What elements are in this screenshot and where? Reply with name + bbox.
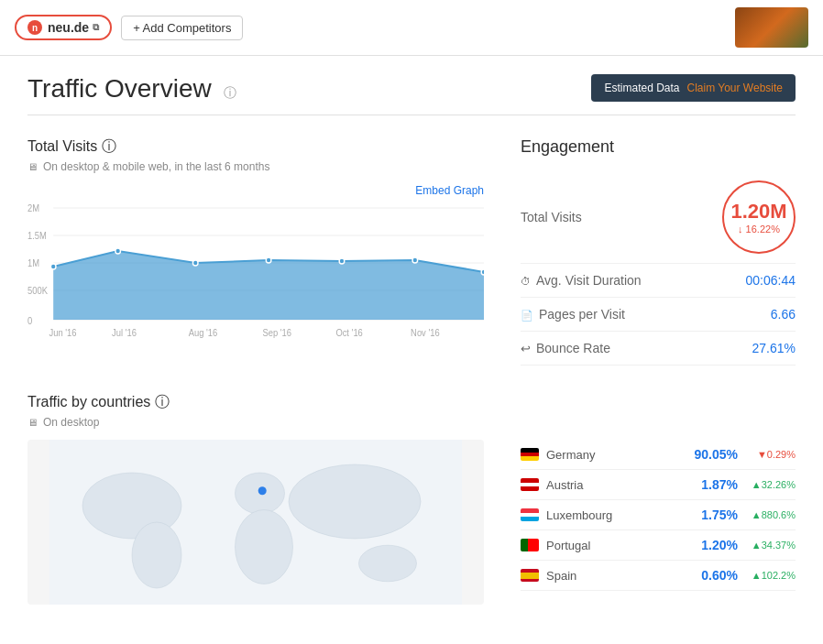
engagement-bounce-row: Bounce Rate 27.61% (521, 332, 796, 366)
traffic-chart: 2M 1.5M 1M 500K 0 (27, 201, 484, 347)
svg-point-29 (289, 464, 421, 539)
countries-list: Germany 90.05% ▼0.29% Austria 1.87% ▲32.… (521, 440, 796, 605)
world-map (27, 440, 484, 605)
country-row-portugal: Portugal 1.20% ▲34.37% (521, 530, 796, 561)
content-row: Total Visits ⓘ On desktop & mobile web, … (27, 137, 796, 366)
svg-point-30 (359, 545, 417, 582)
country-name-spain: Spain (546, 569, 680, 583)
flag-austria (521, 478, 539, 491)
chart-subtitle: On desktop & mobile web, in the last 6 m… (27, 160, 484, 173)
engagement-total-visits-row: Total Visits 1.20M ↓ 16.22% (521, 171, 796, 264)
total-visits-number: 1.20M (730, 200, 786, 224)
country-row-germany: Germany 90.05% ▼0.29% (521, 440, 796, 470)
svg-text:500K: 500K (27, 286, 48, 296)
pages-icon (521, 307, 533, 322)
country-change-germany: ▼0.29% (745, 449, 796, 460)
bounce-value: 27.61% (752, 341, 796, 355)
svg-point-15 (339, 258, 345, 264)
pages-value: 6.66 (771, 307, 796, 322)
country-name-portugal: Portugal (546, 539, 680, 552)
estimated-label: Estimated Data (604, 82, 679, 94)
embed-graph-link[interactable]: Embed Graph (415, 184, 484, 197)
country-name-luxembourg: Luxembourg (546, 508, 680, 522)
bounce-icon (521, 341, 531, 355)
country-pct-luxembourg: 1.75% (687, 508, 738, 522)
topbar: n neu.de ⧉ + Add Competitors (0, 0, 823, 56)
estimated-data-box: Estimated Data Claim Your Website (591, 74, 796, 102)
bounce-label: Bounce Rate (521, 341, 610, 355)
monitor-icon (27, 160, 38, 173)
chart-header: Embed Graph (27, 184, 484, 197)
avg-duration-value: 00:06:44 (746, 273, 796, 288)
world-map-col (27, 440, 484, 605)
topbar-image (735, 7, 808, 48)
svg-text:Sep '16: Sep '16 (263, 328, 292, 338)
country-pct-spain: 0.60% (687, 568, 738, 583)
country-change-austria: ▲32.26% (745, 479, 796, 490)
svg-point-31 (258, 486, 267, 495)
svg-text:Nov '16: Nov '16 (411, 328, 440, 338)
countries-layout: Germany 90.05% ▼0.29% Austria 1.87% ▲32.… (27, 440, 796, 605)
country-row-luxembourg: Luxembourg 1.75% ▲880.6% (521, 500, 796, 530)
country-pct-portugal: 1.20% (687, 538, 738, 552)
svg-point-11 (50, 264, 56, 269)
country-change-spain: ▲102.2% (745, 570, 796, 581)
avg-duration-label: Avg. Visit Duration (521, 273, 642, 288)
svg-text:2M: 2M (27, 203, 39, 213)
external-link-icon[interactable]: ⧉ (93, 22, 99, 33)
page-title-info-icon[interactable]: ⓘ (224, 85, 236, 100)
chart-section: Total Visits ⓘ On desktop & mobile web, … (27, 137, 484, 366)
svg-point-28 (236, 510, 293, 584)
engagement-section: Engagement Total Visits 1.20M ↓ 16.22% A… (521, 137, 796, 366)
site-name: neu.de (48, 20, 89, 35)
pages-label: Pages per Visit (521, 307, 625, 322)
site-logo: n (27, 20, 42, 35)
engagement-pages-row: Pages per Visit 6.66 (521, 298, 796, 332)
claim-website-link[interactable]: Claim Your Website (687, 82, 784, 94)
svg-point-13 (192, 260, 198, 266)
add-competitors-button[interactable]: + Add Competitors (121, 16, 243, 40)
countries-title: Traffic by countries ⓘ (27, 393, 796, 412)
chart-svg: 2M 1.5M 1M 500K 0 (27, 201, 484, 347)
engagement-title: Engagement (521, 137, 796, 157)
countries-info-icon[interactable]: ⓘ (155, 394, 170, 409)
countries-subtitle: On desktop (27, 416, 796, 429)
country-name-germany: Germany (546, 448, 680, 462)
svg-point-12 (115, 248, 121, 254)
flag-germany (521, 448, 539, 461)
countries-monitor-icon (27, 416, 38, 429)
clock-icon (521, 273, 531, 288)
site-selector[interactable]: n neu.de ⧉ (15, 15, 112, 40)
svg-text:0: 0 (27, 316, 33, 326)
countries-section: Traffic by countries ⓘ On desktop (27, 393, 796, 605)
svg-text:1.5M: 1.5M (27, 231, 47, 241)
svg-text:Oct '16: Oct '16 (335, 328, 362, 338)
svg-point-17 (481, 269, 484, 275)
country-change-portugal: ▲34.37% (745, 540, 796, 551)
total-visits-value-badge: 1.20M ↓ 16.22% (722, 180, 796, 254)
svg-point-26 (132, 522, 181, 588)
country-pct-germany: 90.05% (687, 447, 738, 462)
country-name-austria: Austria (546, 478, 680, 492)
svg-point-14 (266, 257, 271, 263)
svg-text:Aug '16: Aug '16 (189, 328, 218, 338)
flag-spain (521, 569, 539, 582)
page-title: Traffic Overview ⓘ (27, 74, 236, 104)
svg-text:1M: 1M (27, 258, 39, 268)
flag-luxembourg (521, 508, 539, 521)
flag-portugal (521, 539, 539, 551)
svg-text:Jul '16: Jul '16 (112, 328, 137, 338)
svg-point-16 (412, 257, 418, 263)
chart-section-title: Total Visits ⓘ (27, 137, 484, 157)
country-row-spain: Spain 0.60% ▲102.2% (521, 561, 796, 591)
country-row-austria: Austria 1.87% ▲32.26% (521, 470, 796, 500)
chart-info-icon[interactable]: ⓘ (102, 138, 116, 154)
country-change-luxembourg: ▲880.6% (745, 509, 796, 520)
main-content: Traffic Overview ⓘ Estimated Data Claim … (0, 56, 823, 623)
page-header: Traffic Overview ⓘ Estimated Data Claim … (27, 74, 796, 115)
country-pct-austria: 1.87% (687, 477, 738, 492)
total-visits-label: Total Visits (521, 210, 582, 224)
total-visits-change: ↓ 16.22% (738, 224, 780, 235)
svg-text:Jun '16: Jun '16 (49, 328, 76, 338)
engagement-avg-duration-row: Avg. Visit Duration 00:06:44 (521, 264, 796, 298)
